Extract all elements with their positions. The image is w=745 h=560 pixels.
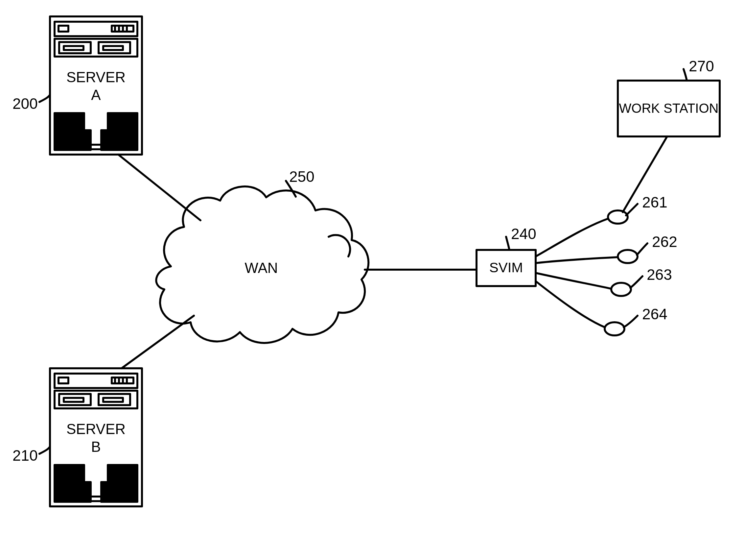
ref-240: 240 xyxy=(511,225,536,243)
ref-210: 210 xyxy=(12,446,38,464)
port-4-icon xyxy=(605,322,624,335)
ref-leader-270 xyxy=(684,69,687,81)
svg-rect-15 xyxy=(108,113,137,150)
link-svim-port2 xyxy=(536,257,618,263)
svim-label: SVIM xyxy=(477,260,536,276)
svg-rect-13 xyxy=(55,113,84,150)
svg-rect-11 xyxy=(64,46,84,50)
server-b-label-line1: SERVER xyxy=(50,421,142,438)
link-servera-wan xyxy=(118,155,200,220)
server-a-label-line1: SERVER xyxy=(50,69,142,86)
ref-250: 250 xyxy=(289,168,315,185)
svg-rect-33 xyxy=(108,465,137,502)
port-3-icon xyxy=(611,283,631,296)
link-serverb-wan xyxy=(122,316,194,368)
ref-200: 200 xyxy=(12,95,38,113)
svg-rect-19 xyxy=(55,374,137,388)
svg-rect-25 xyxy=(59,377,68,383)
svg-rect-1 xyxy=(55,22,137,36)
ref-leader-240 xyxy=(506,237,509,250)
svg-rect-31 xyxy=(55,465,84,502)
ref-262: 262 xyxy=(652,233,677,251)
port-2-icon xyxy=(618,250,638,263)
link-svim-port4 xyxy=(536,281,605,327)
ref-leader-262 xyxy=(637,243,647,255)
link-svim-port3 xyxy=(536,273,611,289)
server-b-label-line2: B xyxy=(50,439,142,456)
svg-rect-12 xyxy=(103,46,123,50)
ref-leader-261 xyxy=(626,204,638,215)
ref-leader-200 xyxy=(39,95,50,102)
wan-label: WAN xyxy=(237,260,286,277)
svg-rect-30 xyxy=(103,398,123,402)
svg-rect-7 xyxy=(59,26,68,32)
ref-263: 263 xyxy=(647,266,672,283)
svg-rect-29 xyxy=(64,398,84,402)
ref-leader-264 xyxy=(624,316,638,327)
ref-leader-210 xyxy=(39,446,50,454)
workstation-label: WORK STATION xyxy=(618,101,720,116)
link-svim-port1 xyxy=(536,219,608,256)
port-1-icon xyxy=(608,211,628,224)
ref-261: 261 xyxy=(642,193,668,211)
ref-264: 264 xyxy=(642,305,668,323)
ref-270: 270 xyxy=(689,57,714,75)
ref-leader-263 xyxy=(630,276,643,288)
server-a-label-line2: A xyxy=(50,87,142,103)
